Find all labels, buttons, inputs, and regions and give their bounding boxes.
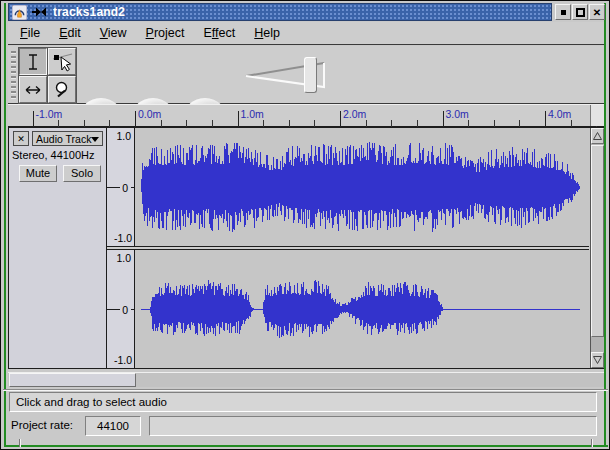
track-menu-label: Audio Track [36, 133, 91, 145]
maximize-button[interactable] [572, 4, 588, 20]
ruler-corner-cell [590, 105, 604, 126]
minimize-button[interactable] [555, 4, 571, 20]
menu-effect[interactable]: Effect [204, 26, 236, 40]
maximize-icon [576, 8, 585, 17]
horizontal-scroll-thumb[interactable] [9, 373, 136, 387]
mute-button[interactable]: Mute [19, 165, 57, 182]
scale-max: 1.0 [116, 252, 131, 264]
menu-bar: File Edit View Project Effect Help [8, 22, 604, 45]
gain-slider-thumb[interactable] [304, 57, 317, 93]
ruler-minor-tick [58, 120, 59, 127]
waveform-canvas-right[interactable] [136, 250, 589, 368]
ruler-minor-tick [289, 120, 290, 127]
ruler-major-tick [135, 111, 136, 127]
menu-project[interactable]: Project [146, 26, 185, 40]
ibeam-icon [23, 52, 43, 72]
zero-dash [131, 309, 134, 310]
scale-max: 1.0 [116, 130, 131, 142]
gain-slider [244, 56, 334, 94]
ruler-label: 2.0m [343, 108, 366, 120]
project-rate-label: Project rate: [11, 419, 73, 431]
envelope-tool-button[interactable] [48, 48, 76, 75]
ruler-major-tick [443, 111, 444, 127]
vertical-scroll-thumb[interactable] [591, 145, 604, 337]
ruler-minor-tick [571, 120, 572, 127]
project-rate-value: 44100 [85, 416, 141, 436]
ruler-minor-tick [314, 120, 315, 127]
envelope-cursor-icon [51, 51, 73, 73]
waveform-canvas-left[interactable] [136, 128, 589, 246]
channel-left: 1.0 0 -1.0 [107, 128, 589, 246]
close-button[interactable]: ✕ [589, 4, 605, 20]
vertical-ruler-right: 1.0 0 -1.0 [107, 250, 135, 368]
ruler-major-tick [33, 111, 34, 127]
ruler-label: 4.0m [548, 108, 571, 120]
frame-accent-bottom [4, 445, 608, 447]
scroll-down-button[interactable] [591, 352, 604, 368]
arrow-down-icon [593, 356, 602, 364]
toolbar-grip[interactable] [11, 51, 16, 99]
zoom-tool-button[interactable] [48, 76, 76, 103]
resize-grip-right[interactable] [591, 439, 592, 447]
tool-grid [18, 47, 77, 104]
track-info-label: Stereo, 44100Hz [12, 149, 95, 161]
double-arrow-icon [23, 80, 43, 100]
ruler-minor-tick [109, 120, 110, 127]
minimize-icon [561, 10, 566, 15]
timeline-ruler[interactable]: -1.0m0.0m1.0m2.0m3.0m4.0m [8, 104, 604, 127]
window-pin-icon[interactable] [32, 7, 47, 17]
title-bar[interactable]: tracks1and2 [8, 3, 552, 21]
horizontal-scrollbar[interactable] [8, 372, 604, 387]
ruler-major-tick [238, 111, 239, 127]
frame-accent-left [4, 3, 6, 445]
ruler-major-tick [545, 111, 546, 127]
ruler-label: -1.0m [36, 108, 63, 120]
ruler-minor-tick [366, 120, 367, 127]
arrow-up-icon [593, 132, 602, 140]
track-menu-dropdown[interactable]: Audio Track [32, 131, 103, 146]
ruler-minor-tick [494, 120, 495, 127]
statusbar-divider [3, 389, 608, 391]
vertical-scrollbar[interactable] [590, 128, 604, 368]
ruler-minor-tick [263, 120, 264, 127]
app-window: tracks1and2 ✕ File Edit View Project Eff… [0, 0, 610, 450]
zero-dash [131, 187, 134, 188]
resize-grip-left[interactable] [19, 439, 20, 447]
menu-view[interactable]: View [100, 26, 127, 40]
scroll-up-button[interactable] [591, 128, 604, 144]
status-message-field: Click and drag to select audio [9, 392, 597, 412]
scale-zero: 0 [122, 182, 128, 194]
track-close-button[interactable]: ✕ [13, 131, 29, 146]
frame-accent-right [604, 3, 606, 445]
ruler-major-tick [340, 111, 341, 127]
menu-file[interactable]: File [20, 26, 40, 40]
channel-right: 1.0 0 -1.0 [107, 250, 589, 368]
time-shift-tool-button[interactable] [19, 76, 47, 103]
ruler-minor-tick [391, 120, 392, 127]
waveform-area-left[interactable] [136, 128, 589, 246]
selection-tool-button[interactable] [19, 48, 47, 75]
solo-button[interactable]: Solo [63, 165, 101, 182]
menu-help[interactable]: Help [254, 26, 280, 40]
scale-min: -1.0 [114, 354, 132, 366]
track-area: ✕ Audio Track Stereo, 44100Hz Mute Solo … [8, 127, 604, 369]
ruler-label: 0.0m [138, 108, 161, 120]
ruler-minor-tick [212, 120, 213, 127]
ruler-minor-tick [161, 120, 162, 127]
menu-edit[interactable]: Edit [59, 26, 81, 40]
vertical-ruler-left: 1.0 0 -1.0 [107, 128, 135, 246]
zero-line-tick [107, 309, 120, 310]
chevron-down-icon [91, 137, 99, 142]
ruler-minor-tick [417, 120, 418, 127]
close-icon: ✕ [593, 7, 601, 18]
status-extra-field [149, 416, 597, 436]
scale-min: -1.0 [114, 232, 132, 244]
ruler-minor-tick [84, 120, 85, 127]
magnifier-icon [52, 80, 72, 100]
window-title: tracks1and2 [53, 5, 125, 19]
track-control-panel: ✕ Audio Track Stereo, 44100Hz Mute Solo [9, 128, 107, 368]
ruler-label: 3.0m [446, 108, 469, 120]
ruler-minor-tick [186, 120, 187, 127]
toolbar [8, 46, 604, 104]
waveform-area-right[interactable] [136, 250, 589, 368]
